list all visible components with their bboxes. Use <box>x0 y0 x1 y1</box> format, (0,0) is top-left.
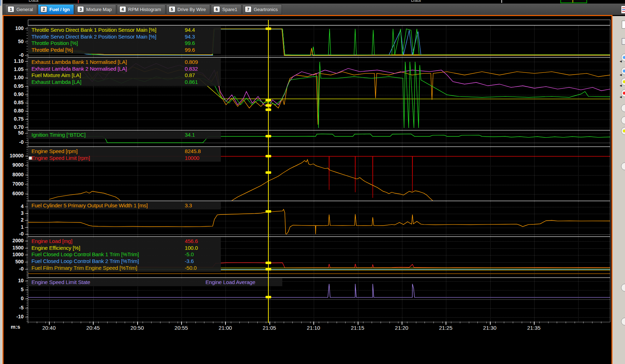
channel-name[interactable]: Fuel Film Primary Trim Engine Speed [%Tr… <box>31 265 137 271</box>
y-axis-label: 50 <box>4 39 24 44</box>
locate-channel-icon[interactable] <box>621 116 625 124</box>
pane-caption-0: Data <box>29 0 38 3</box>
channel-name[interactable]: Fuel Closed Loop Control Bank 2 Trim [%T… <box>31 258 139 264</box>
y-axis-label: -0 <box>4 52 24 58</box>
y-axis-tick-minor <box>26 110 28 110</box>
x-axis-tick-minor <box>328 322 328 323</box>
channel-name[interactable]: Exhaust Lambda Bank 1 Normalised [LA] <box>31 59 127 65</box>
y-axis-label: 0.90 <box>4 91 24 97</box>
x-axis-tick-minor <box>372 322 372 323</box>
tab-label: Mixture Map <box>86 7 112 12</box>
tab-fuel-ign[interactable]: 2Fuel / Ign <box>38 4 74 15</box>
x-axis-tick-minor <box>81 322 81 323</box>
x-axis-tick-minor <box>477 322 478 323</box>
y-axis-tick-minor <box>26 211 28 212</box>
button-icon[interactable] <box>622 38 625 45</box>
y-axis-tick-minor <box>26 289 28 289</box>
x-axis-tick-minor <box>442 322 443 323</box>
y-axis-tick-major <box>25 308 28 308</box>
left-arrow-icon: ◄ <box>619 84 622 87</box>
y-axis-label: 7000 <box>4 181 24 187</box>
channel-name[interactable]: Engine Efficiency [%] <box>31 245 80 251</box>
y-axis-tick-minor <box>26 187 28 187</box>
channel-name[interactable]: Throttle Position [%] <box>31 40 78 46</box>
docked-pane-edge-left <box>0 0 3 364</box>
channel-name[interactable]: Engine Speed [rpm] <box>31 148 78 154</box>
overview-minimap[interactable] <box>560 0 587 3</box>
minimap-cursor[interactable] <box>572 0 573 2</box>
y-axis-tick-major <box>25 42 28 42</box>
y-axis-tick-minor <box>26 193 28 193</box>
y-axis-tick-minor <box>26 210 28 210</box>
y-axis-tick-major <box>25 175 28 175</box>
y-axis-tick-major <box>25 269 28 269</box>
channel-value: 0.87 <box>185 72 195 78</box>
y-axis-tick-major <box>25 55 28 56</box>
x-axis-tick-minor <box>160 322 160 323</box>
y-axis-tick-minor <box>26 293 28 293</box>
tab-geartronics[interactable]: 7Geartronics <box>242 4 282 15</box>
channel-name[interactable]: Throttle Servo Direct Bank 2 Position Se… <box>31 34 157 40</box>
channel-name-2[interactable]: Engine Load Average <box>205 279 255 285</box>
channel-name[interactable]: Fuel Cylinder 5 Primary Output Pulse Wid… <box>31 202 148 208</box>
locate-channel-icon[interactable] <box>621 284 625 292</box>
x-axis-tick-major <box>269 322 270 325</box>
y-axis-tick-minor <box>26 217 28 217</box>
tab-label: Geartronics <box>254 7 278 12</box>
toolbar-icon-line <box>622 7 625 8</box>
x-axis-tick-minor <box>354 322 354 323</box>
locate-channel-icon[interactable] <box>621 318 625 325</box>
x-axis-tick-major <box>446 322 446 325</box>
y-axis-tick-minor <box>26 277 28 277</box>
y-axis-tick-minor <box>26 309 28 309</box>
channel-name[interactable]: Throttle Servo Direct Bank 1 Position Se… <box>31 27 157 33</box>
tab-spare1[interactable]: 6Spare1 <box>211 4 242 15</box>
y-axis-tick-major <box>25 290 28 290</box>
x-axis-tick-minor <box>390 322 390 323</box>
y-axis-label: 1 <box>4 224 24 230</box>
y-axis-tick-minor <box>26 183 28 183</box>
channel-name[interactable]: Engine Load [mg] <box>31 238 72 244</box>
channel-name[interactable]: Exhaust Lambda [LA] <box>31 79 81 85</box>
y-axis-tick-minor <box>26 274 28 274</box>
channel-name[interactable]: Fuel Closed Loop Control Bank 1 Trim [%T… <box>31 251 139 257</box>
x-axis-tick-minor <box>522 322 522 323</box>
channel-value: 3.3 <box>185 202 192 208</box>
y-axis-tick-minor <box>26 234 28 235</box>
y-axis-tick-major <box>25 299 28 299</box>
document-icon[interactable] <box>622 21 625 29</box>
y-axis-tick-major <box>25 165 28 166</box>
x-axis-tick-minor <box>486 322 487 323</box>
locate-channel-icon[interactable] <box>621 162 625 170</box>
x-axis-tick-minor <box>301 322 302 323</box>
tab-label: Fuel / Ign <box>49 7 70 12</box>
tab-rpm-histogram[interactable]: 4RPM Histogram <box>117 4 165 15</box>
y-axis-tick-minor <box>26 146 28 146</box>
x-axis-tick-minor <box>222 322 222 323</box>
x-axis-tick-minor <box>407 322 407 323</box>
channel-name[interactable]: Ignition Timing [°BTDC] <box>31 132 85 138</box>
tab-general[interactable]: 1General <box>5 4 37 15</box>
tab-drive-by-wire[interactable]: 5Drive By Wire <box>166 4 210 15</box>
channel-name[interactable]: Engine Speed Limit [rpm] <box>31 155 90 161</box>
time-label: 20:40 <box>42 325 56 331</box>
x-axis-tick-minor <box>345 322 346 323</box>
tab-mixture-map[interactable]: 3Mixture Map <box>75 4 116 15</box>
locate-channel-icon[interactable] <box>621 104 625 112</box>
locate-channel-icon[interactable] <box>621 127 625 135</box>
x-axis-tick-minor <box>284 322 284 323</box>
clipped-toolbar-icon[interactable] <box>621 6 625 14</box>
tab-label: Spare1 <box>222 7 237 12</box>
channel-name[interactable]: Fuel Mixture Aim [LA] <box>31 72 81 78</box>
y-axis-label: 1000 <box>4 252 24 257</box>
y-axis-tick-minor <box>26 105 28 105</box>
channel-name[interactable]: Exhaust Lambda Bank 2 Normalised [LA] <box>31 66 127 72</box>
x-axis-tick-minor <box>566 322 566 323</box>
y-axis-label: 50 <box>4 130 24 136</box>
channel-name[interactable]: Engine Speed Limit State <box>31 279 90 285</box>
tab-number-badge: 3 <box>77 6 84 12</box>
x-axis-tick-minor <box>178 322 178 323</box>
y-axis-tick-minor <box>26 305 28 306</box>
channel-name[interactable]: Throttle Pedal [%] <box>31 47 73 53</box>
cursor-value-marker <box>266 135 271 137</box>
